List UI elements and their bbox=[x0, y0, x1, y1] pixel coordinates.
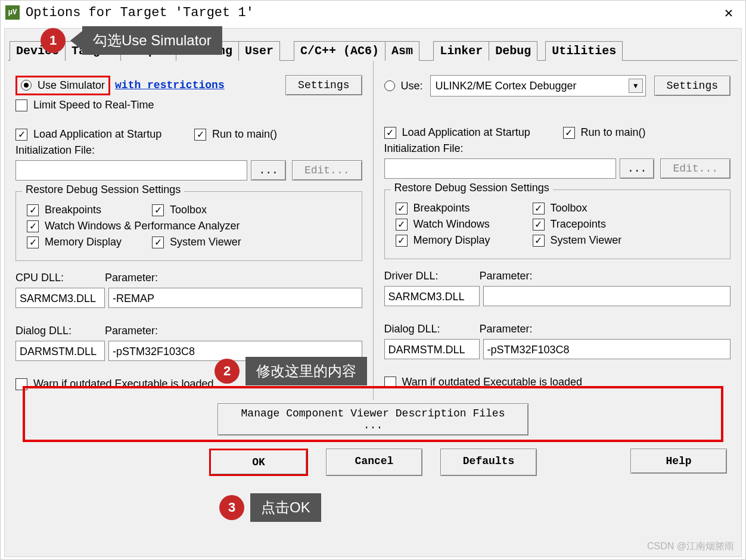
run-main-check-left[interactable]: ✓ bbox=[194, 129, 206, 141]
tab-linker[interactable]: Linker bbox=[433, 41, 489, 61]
init-file-label-right: Initialization File: bbox=[384, 142, 731, 155]
close-icon[interactable]: ✕ bbox=[717, 1, 741, 24]
restrictions-link[interactable]: with restrictions bbox=[115, 79, 225, 91]
left-panel: Use Simulator with restrictions Settings… bbox=[5, 61, 374, 400]
run-main-label-left: Run to main() bbox=[212, 128, 277, 141]
drv-param-input[interactable] bbox=[483, 286, 731, 306]
settings-button-right[interactable]: Settings bbox=[654, 76, 731, 96]
debugger-dropdown[interactable]: ULINK2/ME Cortex Debugger ▼ bbox=[430, 75, 646, 97]
trace-check-right[interactable]: ✓ bbox=[533, 219, 545, 231]
settings-button-left[interactable]: Settings bbox=[285, 75, 362, 95]
tab-utilities[interactable]: Utilities bbox=[545, 41, 623, 61]
tab-user[interactable]: User bbox=[238, 41, 280, 61]
edit-button-right[interactable]: Edit... bbox=[660, 158, 731, 179]
use-simulator-label: Use Simulator bbox=[38, 79, 105, 92]
watch-check-right[interactable]: ✓ bbox=[396, 219, 408, 231]
breakpoints-check-left[interactable]: ✓ bbox=[27, 204, 39, 216]
warn-check-left[interactable] bbox=[15, 378, 27, 390]
watch-check-left[interactable]: ✓ bbox=[27, 220, 39, 232]
memory-check-left[interactable]: ✓ bbox=[27, 237, 39, 248]
cpu-dll-label: CPU DLL: bbox=[15, 272, 105, 284]
cpu-param-input[interactable]: -REMAP bbox=[108, 288, 362, 308]
edit-button-left[interactable]: Edit... bbox=[292, 160, 362, 181]
warn-label-left: Warn if outdated Executable is loaded bbox=[33, 378, 214, 390]
titlebar: µV Options for Target 'Target 1' ✕ bbox=[1, 1, 745, 24]
toolbox-check-right[interactable]: ✓ bbox=[533, 203, 545, 214]
run-main-check-right[interactable]: ✓ bbox=[563, 127, 575, 139]
dlg-param-label-left: Parameter: bbox=[105, 325, 158, 337]
dlg-param-input-right[interactable]: -pSTM32F103C8 bbox=[483, 339, 731, 359]
memory-check-right[interactable]: ✓ bbox=[396, 235, 408, 247]
sysview-check-left[interactable]: ✓ bbox=[152, 237, 164, 248]
init-file-input-left[interactable] bbox=[15, 160, 247, 181]
dlg-dll-input-right[interactable]: DARMSTM.DLL bbox=[384, 339, 480, 359]
chevron-down-icon: ▼ bbox=[629, 79, 643, 93]
options-dialog: µV Options for Target 'Target 1' ✕ 1 勾选U… bbox=[0, 0, 746, 560]
load-app-check-left[interactable]: ✓ bbox=[15, 129, 27, 141]
toolbox-check-left[interactable]: ✓ bbox=[152, 204, 164, 216]
tab-cpp[interactable]: C/C++ (AC6) bbox=[294, 41, 386, 61]
init-file-label-left: Initialization File: bbox=[15, 144, 362, 157]
restore-group-left: Restore Debug Session Settings ✓ Breakpo… bbox=[15, 191, 362, 261]
browse-button-right[interactable]: ... bbox=[620, 158, 654, 179]
breakpoints-check-right[interactable]: ✓ bbox=[396, 203, 408, 214]
drv-dll-label: Driver DLL: bbox=[384, 270, 480, 282]
init-file-input-right[interactable] bbox=[384, 158, 616, 179]
dlg-dll-label-left: Dialog DLL: bbox=[15, 325, 105, 337]
warn-check-right[interactable] bbox=[384, 377, 396, 388]
dlg-dll-label-right: Dialog DLL: bbox=[384, 323, 480, 335]
use-simulator-radio[interactable] bbox=[21, 80, 32, 91]
limit-speed-label: Limit Speed to Real-Time bbox=[33, 99, 154, 111]
use-debugger-radio[interactable] bbox=[384, 80, 395, 91]
drv-dll-input[interactable]: SARMCM3.DLL bbox=[384, 286, 480, 306]
annotation-3: 3 点击OK bbox=[219, 493, 321, 522]
annotation-1: 1 勾选Use Simulator bbox=[41, 26, 222, 55]
manage-button[interactable]: Manage Component Viewer Description File… bbox=[217, 403, 529, 435]
help-button[interactable]: Help bbox=[630, 449, 727, 474]
tab-debug[interactable]: Debug bbox=[489, 41, 537, 61]
right-panel: Use: ULINK2/ME Cortex Debugger ▼ Setting… bbox=[374, 61, 742, 400]
dialog-buttons: OK Cancel Defaults Help bbox=[5, 435, 741, 489]
load-app-label-left: Load Application at Startup bbox=[33, 128, 194, 141]
load-app-check-right[interactable]: ✓ bbox=[384, 127, 396, 139]
restore-group-right: Restore Debug Session Settings ✓ Breakpo… bbox=[384, 189, 731, 259]
use-simulator-highlight: Use Simulator bbox=[15, 76, 110, 95]
app-icon: µV bbox=[5, 5, 20, 20]
watermark: CSDN @江南烟脓雨 bbox=[647, 540, 734, 553]
annotation-2: 2 修改这里的内容 bbox=[215, 357, 367, 385]
tab-asm[interactable]: Asm bbox=[385, 41, 419, 61]
cpu-dll-input[interactable]: SARMCM3.DLL bbox=[15, 288, 105, 308]
use-label: Use: bbox=[401, 80, 423, 92]
defaults-button[interactable]: Defaults bbox=[440, 449, 537, 476]
restore-legend-left: Restore Debug Session Settings bbox=[22, 183, 184, 196]
limit-speed-check[interactable] bbox=[15, 99, 27, 111]
ok-button[interactable]: OK bbox=[209, 449, 308, 476]
browse-button-left[interactable]: ... bbox=[251, 160, 285, 181]
dlg-dll-input-left[interactable]: DARMSTM.DLL bbox=[15, 341, 105, 361]
sysview-check-right[interactable]: ✓ bbox=[533, 235, 545, 247]
window-title: Options for Target 'Target 1' bbox=[26, 5, 254, 20]
param-label-left: Parameter: bbox=[105, 272, 158, 284]
cancel-button[interactable]: Cancel bbox=[326, 449, 422, 476]
